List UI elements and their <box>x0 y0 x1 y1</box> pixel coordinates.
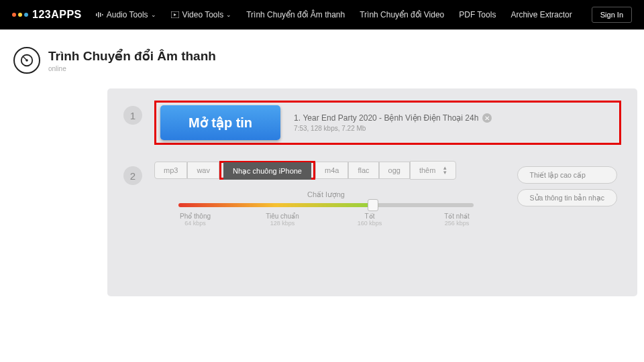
edit-track-info-button[interactable]: Sửa thông tin bản nhạc <box>517 189 618 206</box>
page-header: Trình Chuyển đổi Âm thanh online <box>13 47 644 74</box>
quality-title: Chất lượng <box>172 190 480 199</box>
format-flac[interactable]: flac <box>348 162 378 179</box>
quality-slider-track[interactable] <box>178 203 474 207</box>
chevron-down-icon: ⌄ <box>151 11 156 18</box>
step-1-row: 1 Mở tập tin 1. Year End Party 2020 - Bệ… <box>123 101 621 145</box>
quality-label-basic: Phổ thông64 kbps <box>172 213 219 227</box>
brand-logo[interactable]: 123APPS <box>12 9 82 21</box>
format-ogg[interactable]: ogg <box>379 162 410 179</box>
video-icon <box>171 11 179 18</box>
quality-label-good: Tốt160 kbps <box>346 213 393 227</box>
format-m4a[interactable]: m4a <box>315 162 348 179</box>
file-name: Year End Party 2020 - Bệnh Viện Điện Tho… <box>303 113 478 123</box>
svg-rect-1 <box>98 12 99 17</box>
file-index: 1. <box>294 113 301 123</box>
svg-rect-2 <box>100 13 101 17</box>
file-info: 1. Year End Party 2020 - Bệnh Viện Điện … <box>294 113 615 132</box>
file-meta: 7:53, 128 kbps, 7.22 Mb <box>294 125 615 132</box>
open-file-button[interactable]: Mở tập tin <box>160 105 280 140</box>
nav-video-converter[interactable]: Trình Chuyển đổi Video <box>360 10 444 19</box>
nav-archive-extractor[interactable]: Archive Extractor <box>511 10 572 19</box>
nav-audio-converter[interactable]: Trình Chuyển đổi Âm thanh <box>246 10 345 19</box>
step-number-2: 2 <box>123 166 142 185</box>
brand-text: 123APPS <box>32 9 82 21</box>
format-more-dropdown[interactable]: thêm ▴▾ <box>410 161 456 180</box>
step-number-1: 1 <box>123 106 142 125</box>
quality-label-standard: Tiêu chuẩn128 kbps <box>259 213 306 227</box>
nav-pdf-tools[interactable]: PDF Tools <box>459 10 496 19</box>
quality-slider-handle[interactable] <box>368 199 378 211</box>
sign-in-button[interactable]: Sign In <box>592 7 632 23</box>
page-title: Trình Chuyển đổi Âm thanh <box>48 48 216 64</box>
logo-dots <box>12 13 28 17</box>
advanced-settings-button[interactable]: Thiết lập cao cấp <box>517 166 618 184</box>
remove-file-icon[interactable]: ✕ <box>482 113 492 123</box>
page-subtitle: online <box>48 65 216 72</box>
quality-label-best: Tốt nhất256 kbps <box>433 213 480 227</box>
converter-panel: 1 Mở tập tin 1. Year End Party 2020 - Bệ… <box>107 88 637 296</box>
disc-icon <box>13 47 40 74</box>
svg-rect-0 <box>96 13 97 16</box>
format-mp3[interactable]: mp3 <box>154 162 187 179</box>
top-nav-bar: 123APPS Audio Tools⌄ Video Tools⌄ Trình … <box>0 0 644 29</box>
format-iphone-ringtone[interactable]: Nhạc chuông iPhone <box>223 162 311 180</box>
chevron-down-icon: ⌄ <box>226 11 231 18</box>
updown-icon: ▴▾ <box>443 166 447 175</box>
nav-video-tools[interactable]: Video Tools⌄ <box>171 10 232 19</box>
nav-audio-tools[interactable]: Audio Tools⌄ <box>95 10 156 19</box>
quality-section: Chất lượng Phổ thông64 kbps Tiêu chuẩn12… <box>172 190 480 227</box>
step-1-highlight: Mở tập tin 1. Year End Party 2020 - Bệnh… <box>154 101 621 145</box>
audio-icon <box>95 11 103 19</box>
svg-rect-3 <box>102 14 103 15</box>
format-wav[interactable]: wav <box>187 162 219 179</box>
